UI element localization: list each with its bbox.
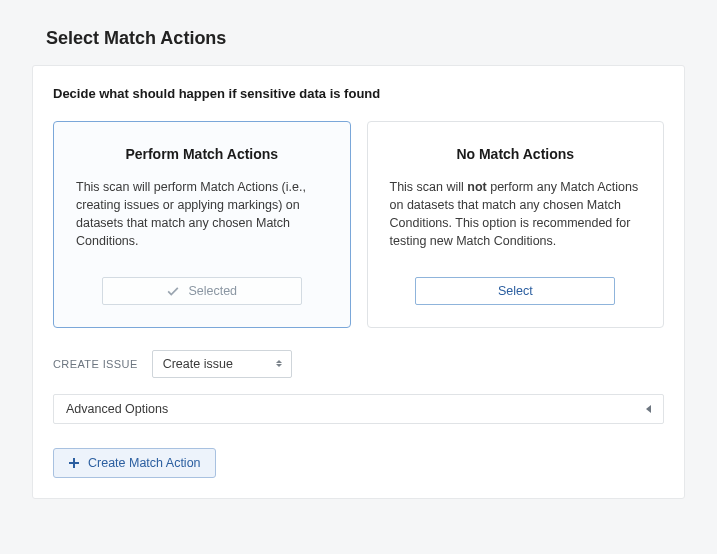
panel-subtitle: Decide what should happen if sensitive d… <box>53 86 664 101</box>
create-issue-select-wrap[interactable] <box>152 350 292 378</box>
card-perform-match-actions[interactable]: Perform Match Actions This scan will per… <box>53 121 351 328</box>
select-button[interactable]: Select <box>415 277 615 305</box>
match-actions-panel: Decide what should happen if sensitive d… <box>32 65 685 499</box>
page-title: Select Match Actions <box>46 28 685 49</box>
create-match-action-button[interactable]: Create Match Action <box>53 448 216 478</box>
advanced-options-label: Advanced Options <box>66 402 168 416</box>
card-description: This scan will not perform any Match Act… <box>390 178 642 251</box>
selected-button: Selected <box>102 277 302 305</box>
check-icon <box>166 284 180 298</box>
card-no-match-actions[interactable]: No Match Actions This scan will not perf… <box>367 121 665 328</box>
selected-button-label: Selected <box>188 284 237 298</box>
create-issue-row: CREATE ISSUE <box>53 350 664 378</box>
select-button-label: Select <box>498 284 533 298</box>
plus-icon <box>68 457 80 469</box>
card-title: Perform Match Actions <box>76 146 328 162</box>
create-issue-select[interactable] <box>152 350 292 378</box>
create-issue-label: CREATE ISSUE <box>53 358 138 370</box>
advanced-options-toggle[interactable]: Advanced Options <box>53 394 664 424</box>
caret-left-icon <box>646 405 651 413</box>
create-match-action-label: Create Match Action <box>88 456 201 470</box>
option-cards: Perform Match Actions This scan will per… <box>53 121 664 328</box>
card-description: This scan will perform Match Actions (i.… <box>76 178 328 251</box>
card-title: No Match Actions <box>390 146 642 162</box>
